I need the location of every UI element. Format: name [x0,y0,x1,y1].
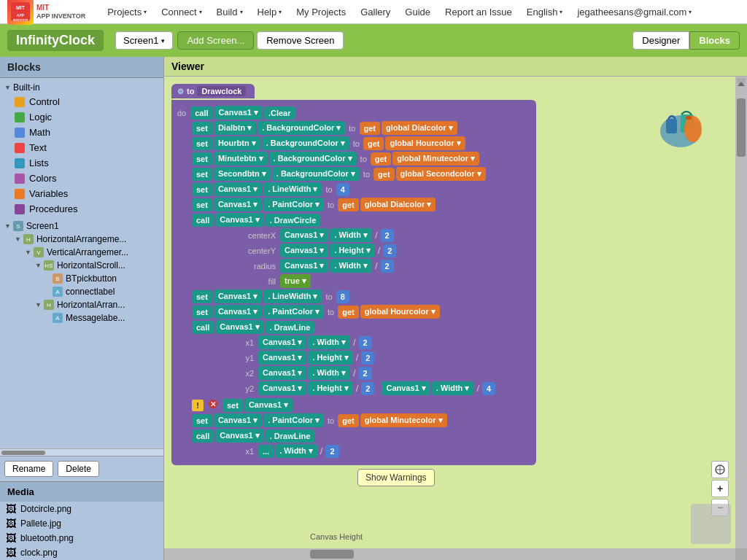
canvas1-y1[interactable]: Canvas1 ▾ [258,351,306,365]
set-kw8[interactable]: set [192,306,212,319]
val-2-x1b[interactable]: 2 [325,445,338,458]
val-2-y2[interactable]: 2 [361,382,374,395]
canvas1-y2b[interactable]: Canvas1 ▾ [382,381,430,395]
canvas1-cy[interactable]: Canvas1 ▾ [280,244,328,257]
category-lists[interactable]: Lists [0,155,163,171]
canvas1-cx[interactable]: Canvas1 ▾ [280,228,328,242]
set-kw2[interactable]: set [192,137,212,150]
screen1-item[interactable]: ▼ S Screen1 [0,219,163,233]
get-kw6[interactable]: get [338,306,359,319]
hscroll-thumb[interactable] [310,550,354,559]
canvas1-warn[interactable]: Canvas1 ▾ [244,398,293,412]
connectlabel-item[interactable]: ▶ A connectlabel [0,285,163,298]
paintcolor-prop1[interactable]: . PaintColor ▾ [263,198,324,211]
val-2-cy[interactable]: 2 [383,244,396,257]
height-y2[interactable]: . Height ▾ [308,381,352,395]
paintcolor-prop3[interactable]: . PaintColor ▾ [263,413,324,427]
global-dialcolor2[interactable]: global Dialcolor ▾ [360,198,436,211]
global-secondcolor[interactable]: global Secondcolor ▾ [396,167,486,181]
val-2-cx[interactable]: 2 [381,229,394,242]
category-colors[interactable]: Colors [0,171,163,186]
global-hourcolor[interactable]: global Hourcolor ▾ [385,136,465,150]
delete-button[interactable]: Delete [58,461,99,477]
set-kw1[interactable]: set [192,122,212,135]
width-cx[interactable]: . Width ▾ [330,228,372,242]
builtin-section[interactable]: ▼ Built-in [0,81,163,94]
dialbtn-ref[interactable]: Dialbtn ▾ [214,121,256,135]
vscroll-up-btn[interactable] [737,78,746,84]
set-kw9[interactable]: set [192,414,212,427]
get-kw1[interactable]: get [360,122,381,135]
nav-guide[interactable]: Guide [398,0,438,24]
get-kw7[interactable]: get [338,414,359,427]
remove-screen-button[interactable]: Remove Screen [257,31,344,50]
horizontal-scrollbar[interactable] [164,548,735,560]
call-keyword[interactable]: call [190,106,212,120]
zoom-in-button[interactable]: + [711,480,729,497]
canvas1-dc[interactable]: Canvas1 ▾ [215,213,263,227]
set-kw-warn[interactable]: set [222,399,243,412]
nav-build[interactable]: Build ▾ [209,0,250,24]
category-variables[interactable]: Variables [0,186,163,201]
designer-button[interactable]: Designer [632,31,689,50]
vertical-scrollbar[interactable] [735,77,747,548]
canvas1-lw8[interactable]: Canvas1 ▾ [214,289,262,303]
category-procedures[interactable]: Procedures [0,201,163,217]
category-control[interactable]: Control [0,94,163,109]
width-r[interactable]: . Width ▾ [330,259,372,273]
set-kw4[interactable]: set [192,168,212,181]
nav-gallery[interactable]: Gallery [353,0,398,24]
media-pallete[interactable]: 🖼 Pallete.jpg [0,516,163,531]
val-2-x2[interactable]: 2 [359,367,372,380]
nav-projects[interactable]: Projects ▾ [100,0,154,24]
width-x1b[interactable]: . Width ▾ [275,444,317,458]
canvas1-pcm[interactable]: Canvas1 ▾ [214,413,262,427]
media-dotcircle[interactable]: 🖼 Dotcircle.png [0,502,163,516]
canvas1-dl1[interactable]: Canvas1 ▾ [215,320,263,334]
canvas1-x1b[interactable]: ... [258,445,274,458]
bgcolor-prop2[interactable]: . BackgroundColor ▾ [262,136,349,150]
drawclock-block[interactable]: ⚙ to Drawclock do call Canvas1 ▾ .Clear [171,84,682,465]
global-minutecolor2[interactable]: global Minutecolor ▾ [360,413,447,427]
bgcolor-prop1[interactable]: . BackgroundColor ▾ [258,121,345,135]
nav-user[interactable]: jegatheesans@gmail.com ▾ [570,0,699,24]
zoom-target-button[interactable] [711,461,729,478]
canvas1-dl2[interactable]: Canvas1 ▾ [215,429,263,443]
blocks-button[interactable]: Blocks [689,31,740,50]
category-text[interactable]: Text [0,140,163,155]
set-kw3[interactable]: set [192,152,212,166]
call-kw-dl2[interactable]: call [192,429,214,443]
bgcolor-prop4[interactable]: . BackgroundColor ▾ [272,167,360,181]
hourbtn-ref[interactable]: Hourbtn ▾ [214,136,260,150]
width-y2b[interactable]: . Width ▾ [432,381,474,395]
bgcolor-prop3[interactable]: . BackgroundColor ▾ [269,152,357,166]
get-kw2[interactable]: get [363,137,384,150]
true-val[interactable]: true ▾ [280,274,311,288]
linewidth-prop2[interactable]: . LineWidth ▾ [263,289,322,303]
canvas1-x1[interactable]: Canvas1 ▾ [258,335,306,349]
nav-myprojects[interactable]: My Projects [289,0,353,24]
get-kw5[interactable]: get [338,198,359,211]
val-2-x1[interactable]: 2 [359,336,372,349]
category-math[interactable]: Math [0,125,163,140]
width-x1[interactable]: . Width ▾ [308,335,350,349]
horiz-arr2-item[interactable]: ▼ H HorizontalArran... [0,298,163,311]
canvas1-ref2[interactable]: Canvas1 ▾ [214,198,262,211]
nav-english[interactable]: English ▾ [519,0,570,24]
val-2-y1[interactable]: 2 [361,351,374,365]
horiz-scroll-item[interactable]: ▼ HS HorizontalScroll... [0,259,163,272]
val-8[interactable]: 8 [336,290,349,303]
set-kw5[interactable]: set [192,183,212,196]
height-cy[interactable]: . Height ▾ [330,244,374,257]
call-kw-dl1[interactable]: call [192,321,214,334]
get-kw4[interactable]: get [374,168,395,181]
paintcolor-prop2[interactable]: . PaintColor ▾ [263,305,324,319]
messagelabel-item[interactable]: ▶ A Messagelabe... [0,311,163,324]
nav-connect[interactable]: Connect ▾ [154,0,209,24]
canvas1-x2[interactable]: Canvas1 ▾ [258,366,306,380]
drawline-method1[interactable]: . DrawLine [266,321,315,334]
width-x2[interactable]: . Width ▾ [308,366,350,380]
media-bluetooth[interactable]: 🖼 bluetooth.png [0,531,163,545]
global-hourcolor2[interactable]: global Hourcolor ▾ [360,305,440,319]
set-kw6[interactable]: set [192,198,212,211]
